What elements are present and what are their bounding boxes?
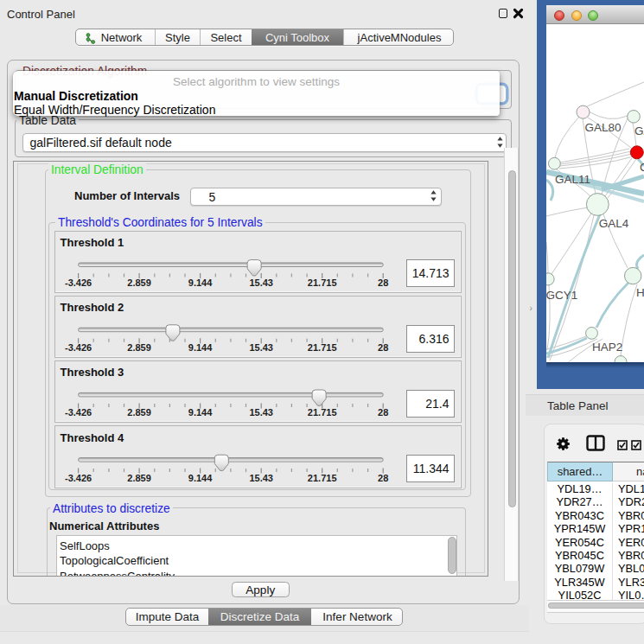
svg-text:15.43: 15.43 xyxy=(249,473,273,483)
svg-text:15.43: 15.43 xyxy=(249,277,273,288)
svg-text:28: 28 xyxy=(378,342,388,353)
svg-text:28: 28 xyxy=(378,473,388,483)
svg-text:2.859: 2.859 xyxy=(127,473,151,483)
svg-text:-3.426: -3.426 xyxy=(65,277,92,288)
svg-text:15.43: 15.43 xyxy=(249,407,273,418)
svg-text:9.144: 9.144 xyxy=(188,473,213,483)
svg-text:-3.426: -3.426 xyxy=(65,342,92,353)
svg-text:9.144: 9.144 xyxy=(188,342,213,353)
svg-text:-3.426: -3.426 xyxy=(65,407,92,418)
svg-text:9.144: 9.144 xyxy=(188,277,213,288)
svg-text:28: 28 xyxy=(378,277,388,288)
svg-text:28: 28 xyxy=(378,407,388,418)
svg-text:21.715: 21.715 xyxy=(308,407,337,418)
svg-text:2.859: 2.859 xyxy=(127,277,151,288)
svg-text:15.43: 15.43 xyxy=(249,342,273,353)
svg-text:21.715: 21.715 xyxy=(308,342,337,353)
svg-text:2.859: 2.859 xyxy=(127,407,151,418)
svg-text:21.715: 21.715 xyxy=(308,277,337,288)
svg-text:2.859: 2.859 xyxy=(127,342,151,353)
svg-text:-3.426: -3.426 xyxy=(65,473,92,483)
svg-text:21.715: 21.715 xyxy=(308,473,337,483)
svg-text:9.144: 9.144 xyxy=(188,407,213,418)
